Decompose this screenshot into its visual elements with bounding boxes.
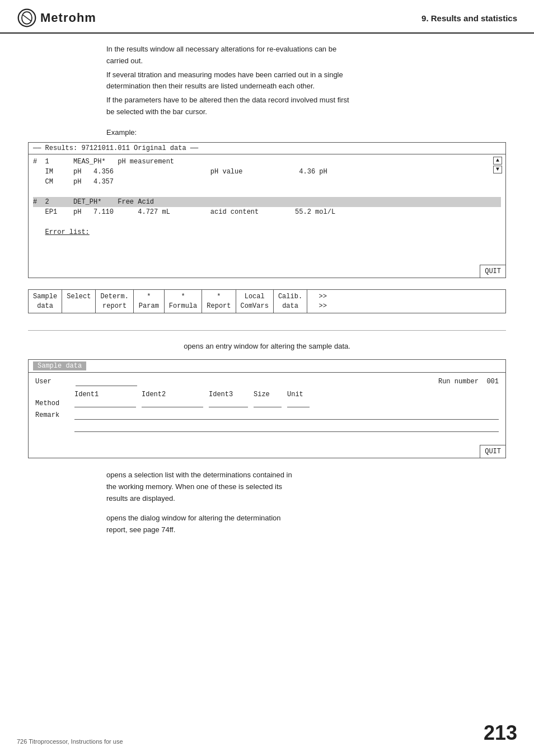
caption-determ-report: opens the dialog window for altering the… [106, 513, 517, 536]
btn-param[interactable]: * Param [134, 290, 165, 313]
ident1-label: Ident1 [74, 391, 99, 398]
logo-area: Metrohm [17, 8, 96, 28]
sample-title-bar: Sample data [29, 360, 505, 373]
terminal-row-blank [33, 187, 501, 197]
btn-select[interactable]: Select [62, 290, 96, 313]
terminal-row-cm: CM pH 4.357 [33, 177, 501, 187]
example-label: Example: [106, 128, 517, 137]
header-section-title: 9. Results and statistics [421, 13, 517, 23]
svg-line-1 [23, 15, 31, 21]
sample-body: User Run number 001 Method Ident1 Ident2 [29, 373, 505, 458]
remark-label: Remark [35, 411, 69, 419]
terminal-row-1: # 1 MEAS_PH* pH measurement [33, 157, 501, 167]
page-header: Metrohm 9. Results and statistics [0, 0, 534, 34]
remark-field2[interactable] [74, 423, 499, 432]
footer-left-text: 726 Titroprocessor, Instructions for use [17, 738, 123, 745]
divider [28, 330, 506, 331]
terminal-title-bar: —— Results: 97121011.011 Original data —… [29, 143, 505, 154]
btn-next[interactable]: >> >> [307, 290, 338, 313]
ident3-field[interactable] [209, 398, 248, 407]
page-footer: 726 Titroprocessor, Instructions for use… [17, 721, 517, 745]
method-label: Method [35, 400, 69, 407]
terminal-row-error: Error list: [33, 227, 501, 237]
btn-local-comvars[interactable]: Local ComVars [236, 290, 274, 313]
terminal-row-blank2 [33, 217, 501, 227]
sample-remark-row2 [35, 423, 499, 432]
ident2-label: Ident2 [142, 391, 166, 398]
sample-user-row: User Run number 001 [35, 377, 499, 386]
btn-calib-data[interactable]: Calib. data [274, 290, 307, 313]
sample-remark-row: Remark [35, 411, 499, 420]
run-number: Run number 001 [438, 378, 499, 386]
unit-label: Unit [287, 391, 303, 398]
scroll-down-arrow[interactable]: ▼ [493, 166, 502, 173]
logo-text: Metrohm [40, 11, 96, 25]
user-label: User [35, 378, 69, 386]
ident1-field[interactable] [74, 398, 136, 407]
user-field[interactable] [76, 377, 137, 386]
scroll-arrows[interactable]: ▲ ▼ [493, 157, 502, 173]
terminal-row-im: IM pH 4.356 pH value 4.36 pH [33, 167, 501, 177]
terminal-window: —— Results: 97121011.011 Original data —… [28, 142, 506, 278]
terminal-quit-label: QUIT [480, 265, 505, 278]
intro-line1: In the results window all necessary alte… [106, 44, 517, 67]
sample-window-title: Sample data [33, 361, 86, 370]
btn-formula[interactable]: * Formula [165, 290, 202, 313]
sample-data-window: Sample data User Run number 001 Method I… [28, 359, 506, 458]
terminal-title-text: —— Results: 97121011.011 Original data —… [33, 144, 198, 152]
intro-line3: If the parameters have to be altered the… [106, 95, 517, 118]
caption-select: opens a selection list with the determin… [106, 469, 517, 504]
btn-sample-data[interactable]: Sample data [29, 290, 62, 313]
size-field[interactable] [254, 398, 282, 407]
ident3-label: Ident3 [209, 391, 233, 398]
unit-field[interactable] [287, 398, 310, 407]
intro-line2: If several titration and measuring modes… [106, 69, 517, 93]
page-number: 213 [484, 721, 517, 745]
btn-report[interactable]: * Report [202, 290, 236, 313]
metrohm-logo-icon [17, 8, 37, 28]
terminal-row-2: # 2 DET_PH* Free Acid [33, 197, 501, 207]
page-content: In the results window all necessary alte… [0, 44, 534, 560]
ident2-field[interactable] [142, 398, 203, 407]
button-bar[interactable]: Sample data Select Determ. report * Para… [28, 289, 506, 314]
terminal-row-ep1: EP1 pH 7.110 4.727 mL acid content 55.2 … [33, 207, 501, 217]
terminal-body: # 1 MEAS_PH* pH measurement IM pH 4.356 … [29, 154, 505, 278]
size-label: Size [254, 391, 270, 398]
remark-field[interactable] [74, 411, 499, 420]
sample-quit-label: QUIT [480, 445, 505, 458]
btn-determ-report[interactable]: Determ. report [96, 290, 133, 313]
sample-ident-row: Method Ident1 Ident2 Ident3 Size [35, 391, 499, 407]
caption-sample-data: opens an entry window for altering the s… [17, 342, 517, 350]
intro-section: In the results window all necessary alte… [106, 44, 517, 118]
scroll-up-arrow[interactable]: ▲ [493, 157, 502, 165]
